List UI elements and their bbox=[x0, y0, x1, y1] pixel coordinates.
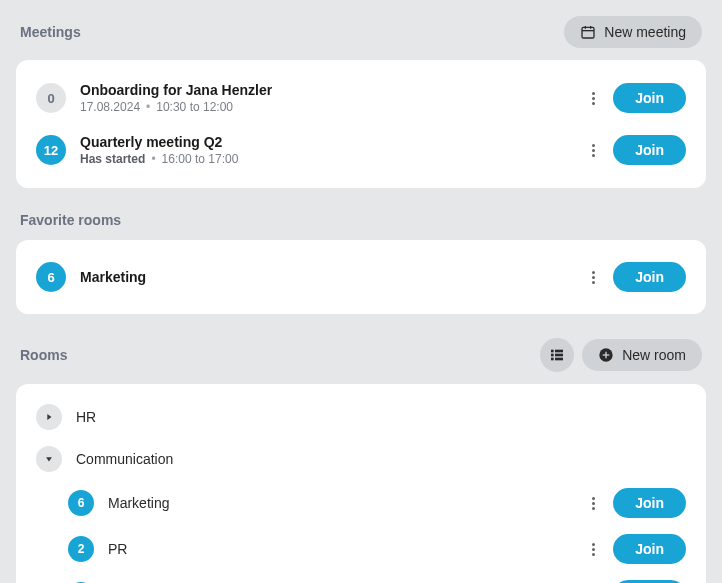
list-view-button[interactable] bbox=[540, 338, 574, 372]
room-group-children: 6 Marketing Join 2 PR Join 4 Employer Br bbox=[24, 480, 698, 583]
more-menu-button[interactable] bbox=[583, 86, 603, 110]
svg-rect-9 bbox=[555, 358, 563, 361]
room-badge: 6 bbox=[68, 490, 94, 516]
meeting-title: Quarterly meeting Q2 bbox=[80, 134, 569, 150]
meeting-body: Onboarding for Jana Henzler 17.08.2024 •… bbox=[80, 82, 569, 114]
svg-rect-5 bbox=[555, 350, 563, 353]
more-menu-button[interactable] bbox=[583, 537, 603, 561]
join-button[interactable]: Join bbox=[613, 135, 686, 165]
meeting-body: Quarterly meeting Q2 Has started • 16:00… bbox=[80, 134, 569, 166]
dot-separator: • bbox=[146, 100, 150, 114]
join-button[interactable]: Join bbox=[613, 534, 686, 564]
room-name: Marketing bbox=[80, 269, 569, 285]
room-name: PR bbox=[108, 541, 569, 557]
meeting-started-label: Has started bbox=[80, 152, 145, 166]
meeting-row: 12 Quarterly meeting Q2 Has started • 16… bbox=[24, 124, 698, 176]
chevron-down-icon bbox=[44, 454, 54, 464]
room-row: 4 Employer Branding Join bbox=[56, 572, 698, 583]
meeting-time: 16:00 to 17:00 bbox=[162, 152, 239, 166]
room-group-row: Communication bbox=[24, 438, 698, 480]
meeting-time: 10:30 to 12:00 bbox=[156, 100, 233, 114]
rooms-title: Rooms bbox=[20, 347, 67, 363]
room-badge: 2 bbox=[68, 536, 94, 562]
more-menu-button[interactable] bbox=[583, 138, 603, 162]
join-button[interactable]: Join bbox=[613, 83, 686, 113]
rooms-card: HR Communication 6 Marketing Join bbox=[16, 384, 706, 583]
room-group-label: Communication bbox=[76, 451, 173, 467]
dot-separator: • bbox=[151, 152, 155, 166]
favorites-header: Favorite rooms bbox=[16, 212, 706, 228]
app-root: Meetings New meeting 0 Onboarding for bbox=[0, 0, 722, 583]
svg-rect-6 bbox=[551, 354, 554, 357]
room-group-row: HR bbox=[24, 396, 698, 438]
svg-rect-0 bbox=[582, 27, 594, 38]
svg-rect-4 bbox=[551, 350, 554, 353]
meeting-badge: 0 bbox=[36, 83, 66, 113]
room-row: 6 Marketing Join bbox=[56, 480, 698, 526]
expand-toggle[interactable] bbox=[36, 404, 62, 430]
rooms-header: Rooms Ne bbox=[16, 338, 706, 372]
calendar-icon bbox=[580, 24, 596, 40]
favorites-card: 6 Marketing Join bbox=[16, 240, 706, 314]
meetings-card: 0 Onboarding for Jana Henzler 17.08.2024… bbox=[16, 60, 706, 188]
svg-rect-7 bbox=[555, 354, 563, 357]
meeting-badge: 12 bbox=[36, 135, 66, 165]
meetings-header: Meetings New meeting bbox=[16, 16, 706, 48]
favorite-room-row: 6 Marketing Join bbox=[24, 252, 698, 302]
meetings-title: Meetings bbox=[20, 24, 81, 40]
room-badge: 6 bbox=[36, 262, 66, 292]
favorites-title: Favorite rooms bbox=[20, 212, 121, 228]
room-group-label: HR bbox=[76, 409, 96, 425]
join-button[interactable]: Join bbox=[613, 262, 686, 292]
collapse-toggle[interactable] bbox=[36, 446, 62, 472]
more-menu-button[interactable] bbox=[583, 491, 603, 515]
meeting-title: Onboarding for Jana Henzler bbox=[80, 82, 569, 98]
chevron-right-icon bbox=[44, 412, 54, 422]
room-name: Marketing bbox=[108, 495, 569, 511]
meeting-subtitle: Has started • 16:00 to 17:00 bbox=[80, 152, 569, 166]
list-icon bbox=[549, 347, 565, 363]
plus-circle-icon bbox=[598, 347, 614, 363]
room-row: 2 PR Join bbox=[56, 526, 698, 572]
svg-rect-8 bbox=[551, 358, 554, 361]
new-room-label: New room bbox=[622, 347, 686, 363]
new-meeting-label: New meeting bbox=[604, 24, 686, 40]
new-meeting-button[interactable]: New meeting bbox=[564, 16, 702, 48]
more-menu-button[interactable] bbox=[583, 265, 603, 289]
meeting-row: 0 Onboarding for Jana Henzler 17.08.2024… bbox=[24, 72, 698, 124]
meeting-date: 17.08.2024 bbox=[80, 100, 140, 114]
new-room-button[interactable]: New room bbox=[582, 339, 702, 371]
join-button[interactable]: Join bbox=[613, 488, 686, 518]
meeting-subtitle: 17.08.2024 • 10:30 to 12:00 bbox=[80, 100, 569, 114]
